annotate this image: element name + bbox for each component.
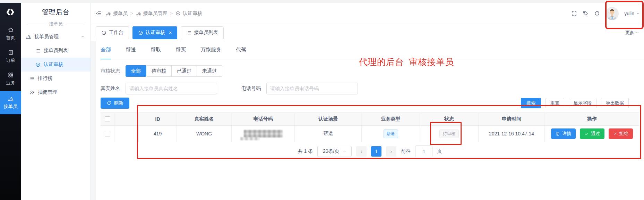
real-name-input[interactable] — [126, 83, 217, 94]
check-circle-icon — [175, 11, 181, 16]
breadcrumb-item-audit[interactable]: 认证审核 — [175, 10, 202, 17]
breadcrumb-item-couriers[interactable]: 接单员 — [106, 10, 128, 17]
document-icon — [556, 132, 560, 136]
main-header: 接单员 > 接单员管理 > 认证审核 — [91, 3, 644, 24]
collapse-sidebar-icon[interactable] — [96, 10, 102, 16]
nav-item-label: 首页 — [6, 35, 15, 41]
detail-button[interactable]: 详情 — [551, 128, 576, 139]
cell-id: 419 — [139, 126, 177, 142]
cell-scene: 帮送 — [295, 126, 362, 142]
divider-line — [66, 24, 85, 24]
reset-button[interactable]: 重置 — [546, 98, 564, 108]
search-form: 真实姓名 电话号码 — [101, 83, 644, 94]
refresh-button[interactable]: 刷新 — [101, 98, 129, 109]
nav-item-business[interactable]: 业务 — [0, 68, 21, 90]
service-tab-delivery[interactable]: 帮送 — [126, 41, 136, 59]
nav-item-label: 接单员 — [4, 103, 17, 110]
more-label: 更多 — [625, 30, 634, 36]
annotation-text: 代理的后台 审核接单员 — [359, 56, 454, 68]
person-icon — [29, 90, 35, 95]
status-option-pending[interactable]: 待审核 — [146, 65, 172, 77]
header-ops: 操作 — [545, 113, 639, 125]
sidebar-item-rank[interactable]: 排行榜 — [21, 72, 91, 85]
reject-button[interactable]: 拒绝 — [609, 128, 633, 139]
export-button[interactable]: 导出数据 — [601, 98, 629, 108]
list-icon — [35, 48, 41, 53]
status-option-approved[interactable]: 已通过 — [171, 65, 197, 77]
business-type-tag: 帮送 — [384, 130, 398, 138]
header-expand-cell — [114, 113, 139, 125]
home-icon — [8, 27, 14, 33]
tab-audit[interactable]: 认证审核 × — [132, 26, 177, 39]
sidebar-item-label: 接单员列表 — [44, 48, 68, 54]
divider-line — [27, 24, 46, 24]
approve-label: 通过 — [591, 131, 600, 137]
main-area: 接单员 > 接单员管理 > 认证审核 — [91, 3, 644, 200]
pagination: 共 1 条 20条/页 ‹ 1 › 前往 页 — [101, 146, 639, 157]
cell-type: 帮送 — [362, 126, 420, 142]
approve-button[interactable]: 通过 — [580, 128, 604, 139]
sidebar-item-label: 抽佣管理 — [38, 89, 57, 95]
check-circle-icon — [138, 30, 143, 35]
page-size-select[interactable]: 20条/页 — [317, 146, 352, 157]
search-button[interactable]: 搜索 — [521, 98, 541, 108]
status-option-rejected[interactable]: 未通过 — [197, 65, 222, 77]
chevron-up-icon[interactable] — [81, 35, 85, 39]
tab-workbench[interactable]: 工作台 — [96, 26, 129, 39]
tabs-more-menu[interactable]: 更多 — [625, 30, 639, 36]
scooter-icon — [136, 11, 141, 16]
sidebar-item-courier-manage[interactable]: 接单员管理 — [21, 30, 91, 44]
tab-courier-list[interactable]: 接单员列表 — [181, 26, 224, 39]
service-tab-pickup[interactable]: 帮取 — [151, 41, 161, 59]
breadcrumb-item-courier-manage[interactable]: 接单员管理 — [136, 10, 168, 17]
sidebar-item-label: 认证审核 — [44, 61, 63, 68]
nav-item-orders[interactable]: 订单 — [0, 46, 21, 67]
actions-row: 刷新 搜索 重置 显示字段 导出数据 — [101, 98, 644, 109]
fullscreen-icon[interactable] — [571, 10, 577, 16]
show-fields-button[interactable]: 显示字段 — [569, 98, 596, 108]
phone-input[interactable] — [266, 83, 358, 94]
header-id: ID — [139, 113, 177, 125]
sidebar-item-audit[interactable]: 认证审核 — [21, 58, 91, 72]
next-page-button[interactable]: › — [386, 146, 396, 157]
header-status: 状态 — [420, 113, 479, 125]
nav-item-couriers[interactable]: 接单员 — [0, 91, 21, 114]
user-avatar[interactable] — [606, 7, 619, 20]
close-tab-icon[interactable]: × — [169, 30, 172, 35]
service-tab-universal[interactable]: 万能服务 — [200, 41, 221, 59]
close-icon — [613, 132, 617, 136]
prev-page-button[interactable]: ‹ — [356, 146, 367, 157]
goto-page-input[interactable] — [415, 145, 432, 157]
nav-rail: 首页 订单 业务 接单员 — [0, 3, 21, 200]
chevron-down-icon — [636, 11, 640, 15]
nav-item-home[interactable]: 首页 — [0, 23, 21, 44]
refresh-icon[interactable] — [594, 10, 600, 16]
user-menu[interactable]: yulin — [624, 11, 640, 16]
row-checkbox[interactable] — [105, 131, 110, 136]
header-type: 业务类型 — [362, 113, 420, 125]
goto-label: 前往 — [401, 148, 411, 155]
header-scene: 认证场景 — [295, 113, 362, 125]
select-all-checkbox[interactable] — [105, 116, 110, 122]
row-expand-cell — [114, 126, 139, 142]
audit-status-label: 审核状态 — [101, 68, 120, 74]
header-phone: 电话号码 — [232, 113, 295, 125]
sidebar-item-courier-list[interactable]: 接单员列表 — [21, 44, 91, 58]
service-tab-all[interactable]: 全部 — [101, 41, 111, 59]
current-page-button[interactable]: 1 — [371, 146, 381, 157]
breadcrumb: 接单员 > 接单员管理 > 认证审核 — [96, 10, 202, 17]
sidebar-item-commission[interactable]: 抽佣管理 — [21, 85, 91, 99]
theme-tag-icon[interactable] — [583, 10, 589, 16]
refresh-icon — [106, 101, 111, 106]
service-tab-buy[interactable]: 帮买 — [175, 41, 186, 59]
breadcrumb-label: 接单员 — [113, 10, 128, 17]
cell-status: 待审核 — [420, 126, 479, 142]
sidebar-title: 管理后台 — [21, 8, 91, 17]
tab-label: 工作台 — [109, 30, 123, 36]
status-option-all[interactable]: 全部 — [126, 65, 146, 77]
reject-label: 拒绝 — [619, 131, 628, 137]
table-header-row: ID 真实姓名 电话号码 认证场景 业务类型 状态 申请时间 操作 — [101, 113, 639, 126]
service-tab-driving[interactable]: 代驾 — [236, 41, 246, 59]
breadcrumb-label: 接单员管理 — [143, 10, 168, 17]
audit-status-group: 全部 待审核 已通过 未通过 — [126, 65, 222, 77]
